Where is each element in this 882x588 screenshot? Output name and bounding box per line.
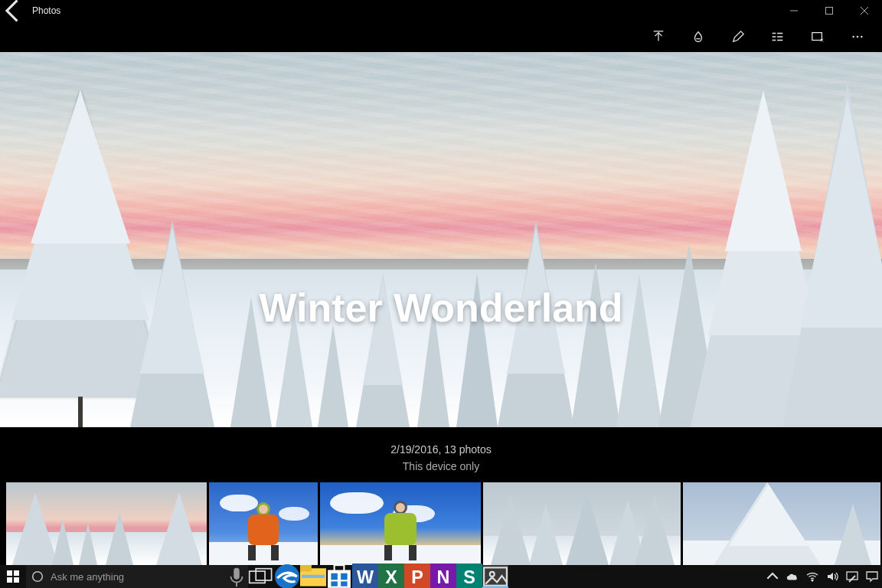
edit-button[interactable] [718, 21, 758, 52]
svg-rect-22 [256, 569, 271, 580]
ink-workspace-icon[interactable] [842, 565, 862, 588]
svg-text:X: X [385, 567, 397, 587]
back-button[interactable] [0, 0, 28, 24]
onenote-app[interactable]: N [430, 565, 456, 588]
maximize-button[interactable] [812, 0, 847, 21]
action-center-icon[interactable] [862, 565, 882, 588]
excel-app[interactable]: X [378, 565, 404, 588]
svg-rect-1 [826, 8, 833, 15]
add-to-album-button[interactable] [758, 21, 798, 52]
thumbnail-1[interactable] [6, 482, 207, 565]
svg-rect-31 [331, 581, 338, 586]
onedrive-icon[interactable] [782, 565, 802, 588]
titlebar: Photos [0, 0, 882, 21]
svg-point-44 [490, 572, 495, 577]
svg-point-7 [773, 33, 773, 34]
tray-overflow[interactable] [763, 565, 782, 588]
photos-app[interactable] [482, 565, 508, 588]
store-app[interactable] [326, 565, 352, 588]
app-title: Photos [28, 5, 60, 16]
toolbar [0, 21, 882, 52]
svg-rect-14 [7, 570, 12, 576]
thumbnail-2[interactable] [209, 482, 318, 565]
svg-rect-17 [14, 577, 19, 583]
svg-rect-32 [341, 581, 348, 586]
system-tray [763, 565, 882, 588]
search-placeholder: Ask me anything [49, 571, 225, 583]
thumbnail-strip [0, 482, 882, 565]
svg-rect-30 [341, 573, 348, 580]
edge-app[interactable] [274, 565, 300, 588]
word-app[interactable]: W [352, 565, 378, 588]
share-button[interactable] [639, 21, 678, 52]
wifi-icon[interactable] [802, 565, 822, 588]
svg-point-11 [852, 36, 854, 38]
ink-button[interactable] [678, 21, 718, 52]
album-cover[interactable]: Winter Wonderland [0, 52, 882, 427]
minimize-button[interactable] [776, 0, 812, 21]
svg-rect-25 [300, 565, 312, 572]
album-location: This device only [0, 458, 882, 475]
svg-point-45 [812, 580, 813, 581]
sway-app[interactable]: S [456, 565, 482, 588]
cortana-icon [26, 570, 49, 583]
svg-text:N: N [437, 567, 450, 587]
svg-rect-19 [234, 568, 240, 580]
svg-point-8 [773, 37, 773, 38]
powerpoint-app[interactable]: P [404, 565, 430, 588]
start-button[interactable] [0, 565, 26, 588]
volume-icon[interactable] [822, 565, 842, 588]
taskbar: Ask me anything W X P N S [0, 565, 882, 588]
taskbar-apps: W X P N S [248, 565, 508, 588]
svg-rect-16 [7, 577, 12, 583]
svg-point-9 [773, 40, 773, 41]
slideshow-button[interactable] [798, 21, 838, 52]
svg-rect-15 [14, 570, 19, 576]
album-title: Winter Wonderland [0, 285, 882, 331]
task-view-button[interactable] [248, 565, 274, 588]
thumbnail-5[interactable] [683, 482, 880, 565]
svg-rect-29 [331, 573, 338, 580]
svg-point-13 [861, 36, 862, 38]
svg-text:W: W [357, 567, 374, 587]
svg-rect-21 [250, 571, 265, 583]
svg-text:S: S [463, 567, 475, 587]
close-button[interactable] [847, 0, 882, 21]
svg-point-18 [33, 572, 43, 582]
svg-text:P: P [411, 567, 423, 587]
svg-rect-26 [302, 575, 325, 578]
album-meta: 2/19/2016, 13 photos This device only [0, 427, 882, 475]
cortana-search[interactable]: Ask me anything [26, 565, 248, 588]
thumbnail-4[interactable] [483, 482, 681, 565]
album-date-count: 2/19/2016, 13 photos [0, 441, 882, 458]
thumbnail-3[interactable] [320, 482, 481, 565]
mic-icon[interactable] [225, 565, 248, 588]
file-explorer-app[interactable] [300, 565, 326, 588]
more-button[interactable] [838, 21, 877, 52]
svg-point-12 [857, 36, 858, 38]
